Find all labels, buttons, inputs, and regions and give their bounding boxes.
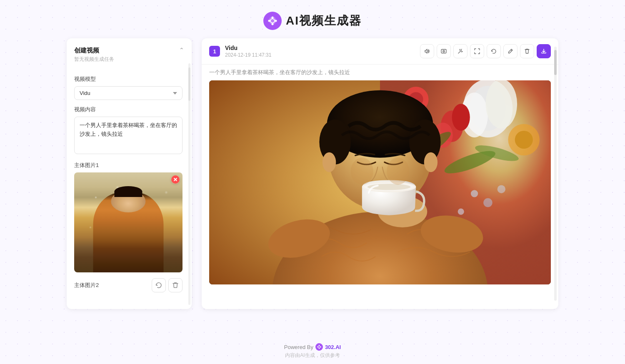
svg-point-30: [498, 185, 505, 193]
edit-button[interactable]: [503, 44, 518, 58]
subject1-image: [74, 172, 182, 272]
powered-by-text: Powered By: [284, 344, 313, 350]
footer-sub: 内容由AI生成，仅供参考: [284, 352, 341, 359]
remove-subject1-button[interactable]: [171, 175, 180, 184]
svg-point-27: [471, 190, 478, 197]
video-actions: [420, 44, 551, 58]
svg-point-47: [322, 152, 336, 172]
footer-powered: Powered By 302.AI: [284, 343, 341, 351]
screenshot-button[interactable]: [437, 44, 451, 58]
svg-point-3: [272, 23, 274, 25]
svg-point-54: [320, 347, 321, 347]
fullscreen-button[interactable]: [470, 44, 484, 58]
remove-icon: [171, 175, 180, 184]
video-item-header: 1 Vidu 2024-12-19 11:47:31: [202, 38, 558, 65]
subject2-section: 主体图片2: [74, 278, 182, 292]
delete-icon: [172, 282, 178, 289]
page-header: AI视频生成器: [263, 0, 362, 38]
left-panel-scrollbar: [188, 63, 190, 305]
video-date: 2024-12-19 11:47:31: [225, 52, 271, 58]
svg-point-51: [319, 345, 320, 346]
subject2-actions: [152, 278, 182, 292]
delete-video-icon: [525, 48, 530, 54]
model-label: 视频模型: [74, 75, 182, 83]
person-head: [111, 190, 145, 212]
page-title: AI视频生成器: [286, 13, 362, 29]
content-textarea[interactable]: 一个男人手里拿着茶杯喝茶，坐在客厅的沙发上，镜头拉近: [74, 117, 182, 154]
restore-icon: [155, 282, 162, 289]
download-icon: [541, 48, 547, 54]
video-description: 一个男人手里拿着茶杯喝茶，坐在客厅的沙发上，镜头拉近: [202, 65, 558, 80]
left-panel-scroll-area[interactable]: 视频模型 Vidu Sora Runway 视频内容 一个男人手里拿着茶杯喝茶，…: [74, 70, 184, 307]
restore-button[interactable]: [152, 278, 166, 292]
brand-text: 302.AI: [325, 344, 341, 350]
content-label: 视频内容: [74, 106, 182, 113]
svg-point-4: [268, 20, 270, 22]
svg-point-16: [486, 80, 518, 129]
svg-point-8: [443, 51, 444, 52]
panel-toggle-icon[interactable]: ⌃: [179, 47, 184, 53]
svg-point-49: [315, 343, 323, 351]
svg-point-45: [351, 158, 373, 185]
panel-header: 创建视频 暂无视频生成任务 ⌃: [74, 47, 184, 63]
fullscreen-icon: [474, 48, 480, 54]
svg-point-9: [460, 49, 460, 50]
subject1-image-box: [74, 172, 182, 272]
panel-subtitle: 暂无视频生成任务: [74, 56, 114, 63]
video-info: Vidu 2024-12-19 11:47:31: [225, 45, 271, 58]
model-select-wrapper: Vidu Sora Runway: [74, 86, 182, 100]
svg-point-53: [317, 347, 318, 347]
main-content: 创建视频 暂无视频生成任务 ⌃ 视频模型 Vidu Sora Runway 视频…: [67, 38, 558, 337]
magic-button[interactable]: [453, 44, 468, 58]
delete-subject2-button[interactable]: [168, 278, 182, 292]
delete-button[interactable]: [520, 44, 534, 58]
panel-title: 创建视频: [74, 47, 114, 55]
subject1-section: 主体图片1: [74, 162, 182, 272]
footer-logo-icon: [315, 343, 323, 351]
video-frame: [209, 80, 551, 284]
svg-point-52: [319, 348, 320, 349]
download-button[interactable]: [537, 44, 551, 58]
refresh-icon: [491, 48, 497, 54]
panel-title-group: 创建视频 暂无视频生成任务: [74, 47, 114, 63]
svg-point-28: [483, 198, 492, 207]
video-preview: [202, 80, 558, 292]
left-panel: 创建视频 暂无视频生成任务 ⌃ 视频模型 Vidu Sora Runway 视频…: [67, 38, 192, 309]
magic-icon: [458, 48, 463, 54]
svg-point-5: [275, 20, 277, 22]
volume-icon: [424, 48, 430, 54]
subject2-label: 主体图片2: [74, 282, 99, 289]
right-panel-scrollbar-thumb: [554, 50, 557, 75]
edit-icon: [508, 48, 513, 54]
volume-button[interactable]: [420, 44, 434, 58]
video-item-left: 1 Vidu 2024-12-19 11:47:31: [209, 45, 271, 58]
svg-point-18: [452, 104, 470, 131]
svg-point-46: [387, 158, 409, 185]
model-select[interactable]: Vidu Sora Runway: [74, 86, 182, 100]
subject1-label: 主体图片1: [74, 162, 182, 169]
svg-point-2: [272, 17, 274, 19]
svg-point-48: [424, 152, 438, 172]
video-number-badge: 1: [209, 46, 220, 57]
svg-point-29: [458, 209, 464, 215]
screenshot-icon: [441, 48, 447, 54]
header-logo-icon: [263, 12, 282, 30]
right-panel: 1 Vidu 2024-12-19 11:47:31: [202, 38, 558, 309]
video-content-svg: [209, 80, 551, 284]
video-name: Vidu: [225, 45, 271, 51]
svg-point-24: [515, 131, 533, 149]
footer: Powered By 302.AI 内容由AI生成，仅供参考: [284, 337, 341, 364]
refresh-button[interactable]: [487, 44, 501, 58]
person-hair: [115, 186, 142, 197]
left-panel-scrollbar-thumb: [188, 67, 190, 101]
